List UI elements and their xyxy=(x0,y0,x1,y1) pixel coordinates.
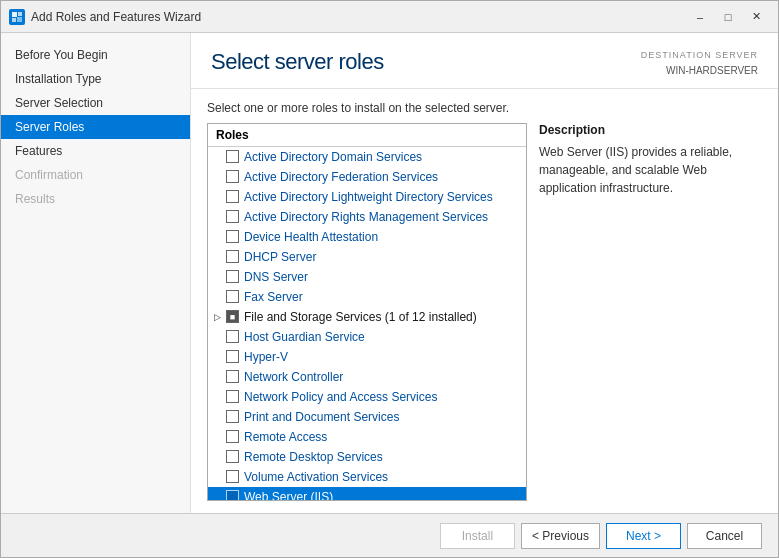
app-icon xyxy=(9,9,25,25)
window-title: Add Roles and Features Wizard xyxy=(31,10,686,24)
role-label: Active Directory Federation Services xyxy=(244,170,438,184)
table-row[interactable]: DNS Server xyxy=(208,267,526,287)
role-checkbox[interactable] xyxy=(226,410,239,423)
sidebar-item-results: Results xyxy=(1,187,190,211)
window-controls: – □ ✕ xyxy=(686,7,770,27)
sidebar-item-server-selection[interactable]: Server Selection xyxy=(1,91,190,115)
role-checkbox[interactable] xyxy=(226,210,239,223)
role-checkbox[interactable] xyxy=(226,190,239,203)
main-window: Add Roles and Features Wizard – □ ✕ Befo… xyxy=(0,0,779,558)
table-row[interactable]: Active Directory Domain Services xyxy=(208,147,526,167)
page-body: Select one or more roles to install on t… xyxy=(191,89,778,514)
table-row[interactable]: Remote Access xyxy=(208,427,526,447)
role-checkbox[interactable] xyxy=(226,250,239,263)
roles-panel: Select one or more roles to install on t… xyxy=(191,89,778,514)
svg-rect-2 xyxy=(12,18,16,22)
svg-rect-0 xyxy=(12,12,17,17)
role-label: Fax Server xyxy=(244,290,303,304)
close-button[interactable]: ✕ xyxy=(742,7,770,27)
role-label: DNS Server xyxy=(244,270,308,284)
footer: Install < Previous Next > Cancel xyxy=(1,513,778,557)
role-label: Network Controller xyxy=(244,370,343,384)
role-label: Device Health Attestation xyxy=(244,230,378,244)
table-row[interactable]: Web Server (IIS) xyxy=(208,487,526,501)
table-row[interactable]: Host Guardian Service xyxy=(208,327,526,347)
sidebar: Before You Begin Installation Type Serve… xyxy=(1,33,191,513)
previous-button[interactable]: < Previous xyxy=(521,523,600,549)
sidebar-item-features[interactable]: Features xyxy=(1,139,190,163)
role-label: Active Directory Domain Services xyxy=(244,150,422,164)
table-row[interactable]: Device Health Attestation xyxy=(208,227,526,247)
role-label: Active Directory Lightweight Directory S… xyxy=(244,190,493,204)
description-panel: Description Web Server (IIS) provides a … xyxy=(539,123,762,502)
next-button[interactable]: Next > xyxy=(606,523,681,549)
page-header: Select server roles DESTINATION SERVER W… xyxy=(191,33,778,89)
destination-server-name: WIN-HARDSERVER xyxy=(641,63,758,78)
sidebar-item-before-you-begin[interactable]: Before You Begin xyxy=(1,43,190,67)
table-row[interactable]: Fax Server xyxy=(208,287,526,307)
role-label: Hyper-V xyxy=(244,350,288,364)
table-row[interactable]: Active Directory Lightweight Directory S… xyxy=(208,187,526,207)
role-label: Active Directory Rights Management Servi… xyxy=(244,210,488,224)
description-text: Web Server (IIS) provides a reliable, ma… xyxy=(539,143,762,197)
role-checkbox[interactable] xyxy=(226,150,239,163)
role-checkbox[interactable] xyxy=(226,330,239,343)
cancel-button[interactable]: Cancel xyxy=(687,523,762,549)
main-area: Select server roles DESTINATION SERVER W… xyxy=(191,33,778,513)
role-checkbox[interactable] xyxy=(226,290,239,303)
minimize-button[interactable]: – xyxy=(686,7,714,27)
role-label: Network Policy and Access Services xyxy=(244,390,437,404)
sidebar-item-confirmation: Confirmation xyxy=(1,163,190,187)
role-label: Volume Activation Services xyxy=(244,470,388,484)
table-row[interactable]: Remote Desktop Services xyxy=(208,447,526,467)
roles-header: Roles xyxy=(208,124,526,147)
install-button[interactable]: Install xyxy=(440,523,515,549)
maximize-button[interactable]: □ xyxy=(714,7,742,27)
role-checkbox[interactable]: ■ xyxy=(226,310,239,323)
role-checkbox[interactable] xyxy=(226,390,239,403)
svg-rect-1 xyxy=(18,12,22,16)
sidebar-item-server-roles[interactable]: Server Roles xyxy=(1,115,190,139)
roles-list[interactable]: Active Directory Domain Services Active … xyxy=(208,147,526,501)
role-checkbox[interactable] xyxy=(226,230,239,243)
role-checkbox[interactable] xyxy=(226,490,239,500)
sidebar-item-installation-type[interactable]: Installation Type xyxy=(1,67,190,91)
role-label: DHCP Server xyxy=(244,250,316,264)
page-title: Select server roles xyxy=(211,49,384,75)
role-label: File and Storage Services (1 of 12 insta… xyxy=(244,310,477,324)
table-row[interactable]: Print and Document Services xyxy=(208,407,526,427)
titlebar: Add Roles and Features Wizard – □ ✕ xyxy=(1,1,778,33)
role-checkbox[interactable] xyxy=(226,270,239,283)
roles-list-container: Roles Active Directory Domain Services xyxy=(207,123,527,502)
destination-server-info: DESTINATION SERVER WIN-HARDSERVER xyxy=(641,49,758,78)
svg-rect-3 xyxy=(17,17,22,22)
table-row[interactable]: ▷ ■ File and Storage Services (1 of 12 i… xyxy=(208,307,526,327)
role-checkbox[interactable] xyxy=(226,170,239,183)
table-row[interactable]: DHCP Server xyxy=(208,247,526,267)
roles-columns: Roles Active Directory Domain Services xyxy=(207,123,762,502)
role-checkbox[interactable] xyxy=(226,350,239,363)
expand-icon: ▷ xyxy=(214,312,224,322)
table-row[interactable]: Active Directory Federation Services xyxy=(208,167,526,187)
role-checkbox[interactable] xyxy=(226,450,239,463)
table-row[interactable]: Network Controller xyxy=(208,367,526,387)
description-title: Description xyxy=(539,123,762,137)
role-label: Remote Access xyxy=(244,430,327,444)
role-label: Remote Desktop Services xyxy=(244,450,383,464)
instruction-text: Select one or more roles to install on t… xyxy=(207,101,762,115)
destination-label: DESTINATION SERVER xyxy=(641,49,758,63)
window-content: Before You Begin Installation Type Serve… xyxy=(1,33,778,513)
table-row[interactable]: Hyper-V xyxy=(208,347,526,367)
role-label: Print and Document Services xyxy=(244,410,399,424)
role-label: Host Guardian Service xyxy=(244,330,365,344)
table-row[interactable]: Active Directory Rights Management Servi… xyxy=(208,207,526,227)
table-row[interactable]: Network Policy and Access Services xyxy=(208,387,526,407)
table-row[interactable]: Volume Activation Services xyxy=(208,467,526,487)
role-checkbox[interactable] xyxy=(226,370,239,383)
role-checkbox[interactable] xyxy=(226,470,239,483)
role-label: Web Server (IIS) xyxy=(244,490,333,501)
role-checkbox[interactable] xyxy=(226,430,239,443)
